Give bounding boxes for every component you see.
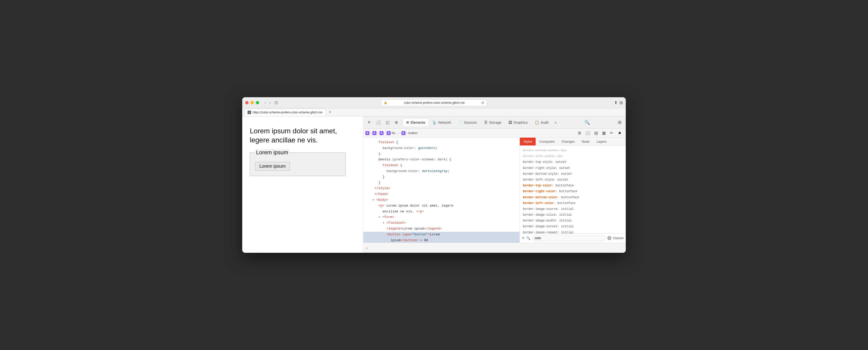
devtools-settings-button[interactable]: ⚙ <box>616 118 624 127</box>
devtools-toolbar: ✕ ⬜ ◱ ⊕ ⊞ Elements 📡 Network 📄 Sources <box>363 116 626 128</box>
close-traffic-light[interactable] <box>245 101 249 104</box>
fieldset-legend: Lorem ipsum <box>255 149 289 156</box>
grid-layout-button[interactable]: ⊞ <box>576 129 583 136</box>
tab-node[interactable]: Node <box>578 138 593 145</box>
address-text: color-scheme-prefers-color-scheme.glitch… <box>389 101 480 105</box>
address-bar[interactable]: 🔒 color-scheme-prefers-color-scheme.glit… <box>381 99 487 106</box>
filter-icon: 🔍 <box>526 236 530 240</box>
tab-styles[interactable]: Styles <box>520 138 536 145</box>
breadcrumb-item-3[interactable]: E <box>379 131 383 135</box>
breadcrumb-item-2[interactable]: E <box>372 131 376 135</box>
tab-network[interactable]: 📡 Network <box>429 119 454 126</box>
breadcrumb-chevron-4: › <box>399 131 400 135</box>
html-line: <legend>Lorem ipsum</legend> <box>363 226 520 232</box>
share-button[interactable]: ⬆ <box>614 100 617 105</box>
traffic-lights <box>245 101 259 104</box>
title-bar-actions: ⬆ ⊞ <box>614 100 623 105</box>
nav-buttons: ‹ › <box>263 100 272 106</box>
layout-button[interactable]: ▤ <box>593 129 599 136</box>
tab-elements[interactable]: ⊞ Elements <box>403 119 428 126</box>
html-line: </head> <box>363 192 520 197</box>
highlight-button[interactable]: ◾ <box>616 129 624 136</box>
device-emulation-button[interactable]: ⬜ <box>374 118 383 126</box>
breadcrumb-element-4: E <box>386 131 391 135</box>
browser-tab[interactable]: c https://color-scheme-prefers-color-sch… <box>244 109 326 116</box>
devtools-search-button[interactable]: 🔍 <box>582 118 592 127</box>
tab-favicon: c <box>248 111 251 114</box>
html-line: </style> <box>363 185 520 192</box>
maximize-traffic-light[interactable] <box>256 101 259 104</box>
title-bar: ‹ › ⊡ 🔒 color-scheme-prefers-color-schem… <box>242 97 626 108</box>
devtools-close-button[interactable]: ✕ <box>365 118 373 126</box>
style-prop-highlighted-4: border-left-color: buttonface <box>520 201 626 206</box>
html-line: ▾ <fieldset> <box>363 220 520 226</box>
audit-label: Audit <box>540 120 549 124</box>
breadcrumb-item-6[interactable]: button <box>408 131 417 135</box>
html-line: background-color: gainsboro; <box>363 145 520 151</box>
style-prop-highlighted-3: border-bottom-color: buttonface <box>520 195 626 201</box>
forward-button[interactable]: › <box>268 100 272 106</box>
breadcrumb-item-4[interactable]: E fie… <box>386 131 398 135</box>
edit-button[interactable]: ✏ <box>608 129 615 136</box>
html-line-selected[interactable]: <button type="button">Lorem <box>363 232 520 238</box>
html-line-selected-2[interactable]: ipsum</button> = $0 <box>363 238 520 243</box>
style-prop-line: border-right-style: outset <box>520 166 626 171</box>
new-window-button[interactable]: ⊞ <box>619 100 623 105</box>
devtools-panel: ✕ ⬜ ◱ ⊕ ⊞ Elements 📡 Network 📄 Sources <box>363 116 626 253</box>
tab-computed[interactable]: Computed <box>536 138 558 145</box>
grid-button[interactable]: ▦ <box>600 129 607 136</box>
html-line: ▾ <form> <box>363 214 520 220</box>
reload-button[interactable]: ↺ <box>481 101 484 105</box>
devtools-body: fieldset { background-color: gainsboro; … <box>363 138 626 243</box>
html-line: fieldset { <box>363 163 520 169</box>
more-tabs-button[interactable]: » <box>553 119 559 126</box>
network-icon: 📡 <box>432 120 436 124</box>
tab-changes[interactable]: Changes <box>558 138 578 145</box>
print-button[interactable]: ⬜ <box>584 129 592 136</box>
style-prop-line: border-image-source: initial <box>520 206 626 212</box>
back-button[interactable]: ‹ <box>263 100 268 106</box>
breadcrumb-chevron-5: › <box>406 131 407 135</box>
tab-audit[interactable]: 📋 Audit <box>532 119 552 126</box>
styles-content[interactable]: border-bottom-width: 2px border-left-wid… <box>520 146 626 233</box>
style-prop-highlighted-2: border-right-color: buttonface <box>520 188 626 195</box>
styles-tabs: Styles Computed Changes Node Layers <box>520 138 626 146</box>
html-line: @media (prefers-color-scheme: dark) { <box>363 157 520 163</box>
fieldset-button[interactable]: Lorem ipsum <box>255 162 290 171</box>
tab-url: https://color-scheme-prefers-color-schem… <box>253 111 322 114</box>
console-input[interactable] <box>370 246 623 250</box>
breadcrumb-element-2: E <box>372 131 376 135</box>
style-prop-line: border-top-style: outset <box>520 159 626 165</box>
sources-label: Sources <box>464 120 477 124</box>
storage-label: Storage <box>489 120 501 124</box>
breadcrumb-item-5[interactable]: E <box>401 131 405 135</box>
tab-storage[interactable]: 🗄 Storage <box>481 119 504 126</box>
breadcrumb-item-1[interactable]: E <box>365 131 369 135</box>
tab-sources[interactable]: 📄 Sources <box>455 119 480 126</box>
frames-button[interactable]: ◱ <box>384 118 392 126</box>
html-line: fieldset { <box>363 140 520 145</box>
tab-layers[interactable]: Layers <box>593 138 610 145</box>
console-bar: › <box>363 243 626 253</box>
minimize-traffic-light[interactable] <box>251 101 254 104</box>
toolbar-separator <box>401 119 402 125</box>
filter-classes-button[interactable]: Classes <box>613 236 624 240</box>
sidebar-toggle-button[interactable]: ⊡ <box>273 99 279 106</box>
tab-graphics[interactable]: 🖼 Graphics <box>505 119 531 126</box>
html-line: } <box>363 180 520 186</box>
breadcrumb-element-1: E <box>365 131 369 135</box>
styles-panel: Styles Computed Changes Node Layers bord… <box>520 138 626 243</box>
page-paragraph: Lorem ipsum dolor sit amet, legere ancil… <box>250 126 355 145</box>
main-content: Lorem ipsum dolor sit amet, legere ancil… <box>242 116 626 253</box>
add-style-rule-button[interactable]: + <box>522 236 525 241</box>
filter-clear-button[interactable]: ✕ <box>607 236 611 240</box>
new-tab-button[interactable]: + <box>327 110 334 115</box>
sources-icon: 📄 <box>458 120 463 124</box>
style-prop-line: border-left-style: outset <box>520 177 626 183</box>
console-arrow: › <box>366 246 368 250</box>
storage-icon: 🗄 <box>484 120 488 124</box>
html-panel[interactable]: fieldset { background-color: gainsboro; … <box>363 138 520 243</box>
inspect-element-button[interactable]: ⊕ <box>393 118 400 126</box>
audit-icon: 📋 <box>535 120 539 124</box>
styles-filter-input[interactable] <box>532 235 606 241</box>
